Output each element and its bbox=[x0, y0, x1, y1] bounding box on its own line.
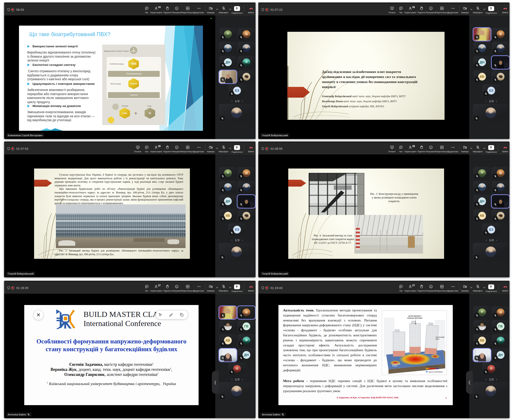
svg-text:ШКАЛА НАПРУЖЕНЬ: ШКАЛА НАПРУЖЕНЬ bbox=[429, 371, 443, 373]
svg-text:СПІЛЬНУ ВОРОНКУ: СПІЛЬНУ ВОРОНКУ bbox=[407, 317, 423, 319]
svg-text:ОСІДАННЯ: ОСІДАННЯ bbox=[392, 363, 400, 365]
svg-text:ҐРУНТУ: ҐРУНТУ bbox=[392, 365, 398, 367]
svg-text:ЗАТЯГУВАННЯ У: ЗАТЯГУВАННЯ У bbox=[408, 315, 422, 317]
svg-text:ЗУСТРСІНИЙ: ЗУСТРСІНИЙ bbox=[436, 336, 444, 338]
svg-text:КРЕН: КРЕН bbox=[436, 338, 439, 340]
svg-text:ОСІДАННЯ ГРУНТУ: ОСІДАННЯ ГРУНТУ bbox=[426, 366, 439, 367]
